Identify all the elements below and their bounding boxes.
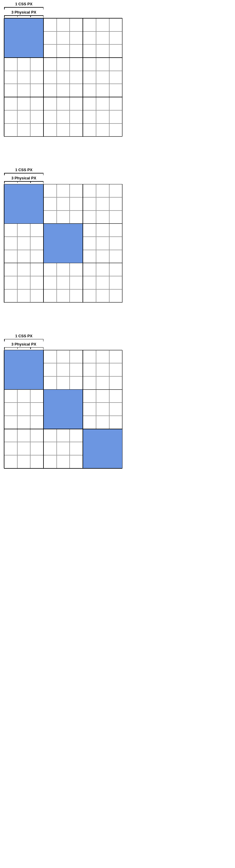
subpixel-cell <box>43 211 57 224</box>
subpixel-cell <box>70 44 83 58</box>
subpixel-cell <box>4 110 17 124</box>
subpixel-cell <box>70 18 83 31</box>
subpixel-cell <box>17 403 31 416</box>
subpixel-cell <box>30 390 43 403</box>
subpixel-cell <box>96 31 109 45</box>
diagram-1: 1 CSS PX3 Physical PX <box>0 0 235 136</box>
subpixel-cell <box>83 237 96 250</box>
subpixel-cell <box>43 97 57 110</box>
css-px-label-group: 1 CSS PX <box>4 334 43 343</box>
subpixel-cell <box>4 276 17 289</box>
subpixel-cell <box>43 124 57 137</box>
css-pixel-block <box>83 429 122 468</box>
subpixel-cell <box>109 403 123 416</box>
grid-wrap <box>4 350 235 468</box>
subpixel-cell <box>83 223 96 237</box>
subpixel-cell <box>70 289 83 303</box>
subpixel-cell <box>30 84 43 97</box>
subpixel-cell <box>17 223 31 237</box>
subpixel-cell <box>83 363 96 376</box>
subpixel-cell <box>57 44 70 58</box>
subpixel-cell <box>109 124 123 137</box>
subpixel-cell <box>96 97 109 110</box>
subpixel-cell <box>4 416 17 429</box>
subpixel-cell <box>109 390 123 403</box>
pixel-grid <box>4 184 122 302</box>
subpixel-cell <box>96 416 109 429</box>
subpixel-cell <box>109 376 123 390</box>
subpixel-cell <box>70 184 83 197</box>
subpixel-cell <box>70 263 83 276</box>
subpixel-cell <box>57 429 70 442</box>
labels: 1 CSS PX3 Physical PX <box>4 334 235 350</box>
subpixel-cell <box>109 363 123 376</box>
subpixel-cell <box>83 184 96 197</box>
subpixel-cell <box>17 84 31 97</box>
subpixel-cell <box>4 390 17 403</box>
subpixel-cell <box>43 184 57 197</box>
subpixel-cell <box>96 110 109 124</box>
physical-px-label-group: 3 Physical PX <box>4 10 43 19</box>
subpixel-cell <box>83 44 96 58</box>
grid-wrap <box>4 184 235 302</box>
subpixel-cell <box>70 110 83 124</box>
subpixel-cell <box>30 223 43 237</box>
subpixel-cell <box>57 289 70 303</box>
diagram-3: 1 CSS PX3 Physical PX <box>0 332 235 468</box>
subpixel-cell <box>57 211 70 224</box>
subpixel-cell <box>83 350 96 364</box>
subpixel-cell <box>109 84 123 97</box>
physical-px-label: 3 Physical PX <box>4 10 43 14</box>
subpixel-cell <box>30 429 43 442</box>
subpixel-cell <box>109 416 123 429</box>
subpixel-cell <box>57 276 70 289</box>
subpixel-cell <box>70 429 83 442</box>
subpixel-cell <box>57 124 70 137</box>
subpixel-cell <box>43 197 57 211</box>
subpixel-cell <box>70 71 83 84</box>
css-px-label: 1 CSS PX <box>4 2 43 6</box>
subpixel-cell <box>30 237 43 250</box>
subpixel-cell <box>4 263 17 276</box>
subpixel-cell <box>70 124 83 137</box>
subpixel-cell <box>109 263 123 276</box>
subpixel-cell <box>83 211 96 224</box>
css-px-label: 1 CSS PX <box>4 167 43 172</box>
subpixel-cell <box>83 31 96 45</box>
subpixel-cell <box>109 350 123 364</box>
subpixel-cell <box>43 18 57 31</box>
subpixel-cell <box>109 110 123 124</box>
subpixel-cell <box>83 390 96 403</box>
subpixel-cell <box>57 110 70 124</box>
subpixel-cell <box>83 289 96 303</box>
subpixel-cell <box>4 71 17 84</box>
subpixel-cell <box>70 455 83 468</box>
subpixel-cell <box>70 276 83 289</box>
subpixel-cell <box>109 289 123 303</box>
subpixel-cell <box>17 237 31 250</box>
subpixel-cell <box>109 97 123 110</box>
subpixel-cell <box>17 58 31 71</box>
subpixel-cell <box>17 416 31 429</box>
subpixel-cell <box>4 455 17 468</box>
subpixel-cell <box>30 403 43 416</box>
diagram-2: 1 CSS PX3 Physical PX <box>0 166 235 302</box>
subpixel-cell <box>30 416 43 429</box>
pixel-grid <box>4 350 122 468</box>
subpixel-cell <box>4 58 17 71</box>
subpixel-cell <box>30 442 43 455</box>
subpixel-cell <box>43 84 57 97</box>
subpixel-cell <box>17 429 31 442</box>
subpixel-cell <box>30 110 43 124</box>
subpixel-cell <box>17 250 31 263</box>
subpixel-cell <box>70 84 83 97</box>
subpixel-cell <box>109 31 123 45</box>
subpixel-cell <box>96 363 109 376</box>
subpixel-cell <box>83 276 96 289</box>
subpixel-cell <box>83 263 96 276</box>
subpixel-cell <box>109 276 123 289</box>
subpixel-cell <box>30 263 43 276</box>
subpixel-cell <box>83 110 96 124</box>
subpixel-cell <box>70 97 83 110</box>
css-pixel-block <box>4 18 43 58</box>
